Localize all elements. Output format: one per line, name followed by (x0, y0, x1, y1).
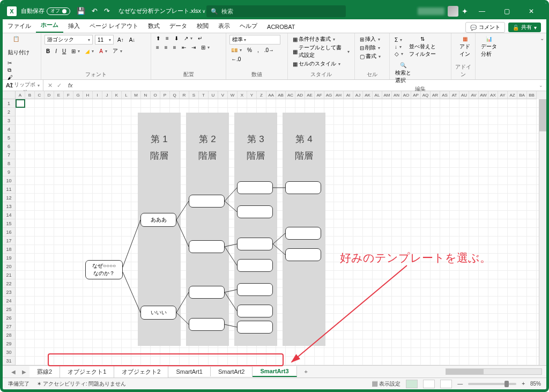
sheet-tab-3[interactable]: SmartArt1 (168, 367, 211, 376)
align-left-icon[interactable]: ≡ (154, 44, 161, 51)
node-l1-0[interactable]: あああ (140, 213, 176, 227)
align-right-icon[interactable]: ≡ (172, 44, 178, 51)
row-header[interactable]: 29 (3, 339, 16, 348)
col-header[interactable]: W (228, 91, 238, 99)
col-header[interactable]: J (102, 91, 112, 99)
col-header[interactable]: X (238, 91, 247, 99)
col-header[interactable]: AC (286, 91, 295, 99)
col-header[interactable]: AI (344, 91, 353, 99)
row-headers[interactable]: 1234567891011121314151617181920212223242… (3, 99, 16, 365)
paste-button[interactable]: 📋貼り付け (6, 35, 32, 57)
conditional-format-button[interactable]: ▦ 条件付き書式 (291, 35, 351, 43)
zoom-out-button[interactable]: — (457, 381, 463, 387)
formula-expand-icon[interactable]: ⌄ (536, 83, 546, 88)
sheet-tab-1[interactable]: オブジェクト1 (60, 366, 114, 378)
row-header[interactable]: 17 (3, 236, 16, 245)
col-header[interactable]: AU (459, 91, 469, 99)
orientation-icon[interactable]: ↗ (182, 35, 194, 42)
format-cells-button[interactable]: ▢ 書式 (358, 52, 386, 61)
increase-font-icon[interactable]: A↑ (116, 36, 125, 43)
sheet-tab-2[interactable]: オブジェクト2 (114, 366, 168, 378)
copy-icon[interactable]: ⧉ (6, 66, 14, 74)
row-header[interactable]: 21 (3, 271, 16, 279)
col-header[interactable]: L (122, 91, 131, 99)
decrease-font-icon[interactable]: A↓ (128, 36, 137, 43)
qat-redo-icon[interactable]: ↷ (104, 7, 110, 15)
fx-icon[interactable]: fx (68, 82, 73, 89)
avatar[interactable] (448, 6, 458, 17)
node-l3-5[interactable] (237, 305, 273, 317)
view-pagebreak-icon[interactable] (440, 380, 452, 388)
node-l3-3[interactable] (237, 259, 273, 272)
row-header[interactable]: 25 (3, 305, 16, 314)
col-header[interactable]: T (199, 91, 209, 99)
row-header[interactable]: 26 (3, 314, 16, 322)
col-header[interactable]: AE (305, 91, 315, 99)
zoom-slider[interactable] (468, 383, 516, 385)
row-header[interactable]: 2 (3, 108, 16, 116)
clear-icon[interactable]: ◇ (393, 50, 405, 57)
tab-review[interactable]: 校閲 (192, 19, 213, 33)
bold-button[interactable]: B (44, 48, 51, 55)
col-header[interactable]: AA (266, 91, 276, 99)
node-l4-0[interactable] (285, 181, 321, 194)
sheet-tab-4[interactable]: SmartArt2 (211, 367, 253, 376)
col-header[interactable]: AL (373, 91, 382, 99)
comments-button[interactable]: 💬 コメント (465, 22, 505, 33)
col-header[interactable]: AW (479, 91, 488, 99)
col-header[interactable]: P (160, 91, 170, 99)
col-header[interactable]: U (209, 91, 218, 99)
node-l3-2[interactable] (237, 238, 273, 250)
ribbon-collapse-icon[interactable]: ⌄ (538, 33, 546, 79)
col-header[interactable]: AB (276, 91, 286, 99)
row-header[interactable]: 23 (3, 288, 16, 297)
row-header[interactable]: 9 (3, 168, 16, 176)
col-header[interactable]: BB (527, 91, 537, 99)
maximize-button[interactable]: ▢ (496, 3, 517, 19)
col-header[interactable]: G (73, 91, 83, 99)
name-box[interactable]: A1▾ (3, 80, 43, 91)
font-color-button[interactable]: A (98, 48, 109, 55)
row-header[interactable]: 24 (3, 297, 16, 305)
row-header[interactable]: 15 (3, 219, 16, 228)
fill-color-button[interactable]: ◢ (84, 48, 95, 55)
horizontal-scrollbar[interactable] (446, 368, 542, 375)
col-header[interactable]: I (93, 91, 102, 99)
col-header[interactable]: S (189, 91, 199, 99)
view-normal-icon[interactable] (406, 380, 418, 388)
close-button[interactable]: ✕ (521, 3, 542, 19)
tab-file[interactable]: ファイル (3, 19, 36, 33)
cut-icon[interactable]: ✂ (6, 60, 14, 66)
row-header[interactable]: 16 (3, 228, 16, 236)
column-headers[interactable]: ABCDEFGHIJKLMNOPQRSTUVWXYZAAABACADAEAFAG… (3, 91, 546, 99)
border-button[interactable]: ⊞ (70, 48, 81, 55)
node-l2-3[interactable] (189, 318, 225, 331)
percent-icon[interactable]: % (246, 47, 254, 54)
col-header[interactable]: AY (498, 91, 508, 99)
col-header[interactable]: R (180, 91, 189, 99)
col-header[interactable]: B (25, 91, 35, 99)
tab-pagelayout[interactable]: ページ レイアウト (85, 19, 143, 33)
minimize-button[interactable]: — (471, 3, 493, 19)
col-header[interactable]: AX (488, 91, 498, 99)
col-header[interactable]: Q (170, 91, 180, 99)
col-header[interactable]: E (54, 91, 64, 99)
indent-increase-icon[interactable]: ⇥ (190, 44, 197, 51)
col-header[interactable]: AV (469, 91, 479, 99)
qat-undo-icon[interactable]: ↶ (92, 7, 98, 15)
col-header[interactable]: AF (315, 91, 324, 99)
tab-formulas[interactable]: 数式 (143, 19, 165, 33)
add-sheet-button[interactable]: + (297, 368, 315, 375)
data-analysis-button[interactable]: 📊データ 分析 (479, 35, 499, 59)
search-input[interactable]: 🔍 検索 (206, 5, 346, 17)
font-name-select[interactable]: 游ゴシック (44, 35, 93, 45)
row-header[interactable]: 20 (3, 262, 16, 271)
node-root[interactable]: なぜ○○○○ なのか？ (85, 260, 123, 279)
indent-decrease-icon[interactable]: ⇤ (180, 44, 188, 51)
addins-button[interactable]: ▦アド イン (455, 35, 475, 59)
col-header[interactable]: D (44, 91, 54, 99)
node-l4-1[interactable] (285, 227, 321, 240)
col-header[interactable]: AN (392, 91, 402, 99)
row-header[interactable]: 6 (3, 142, 16, 151)
tab-insert[interactable]: 挿入 (63, 19, 85, 33)
